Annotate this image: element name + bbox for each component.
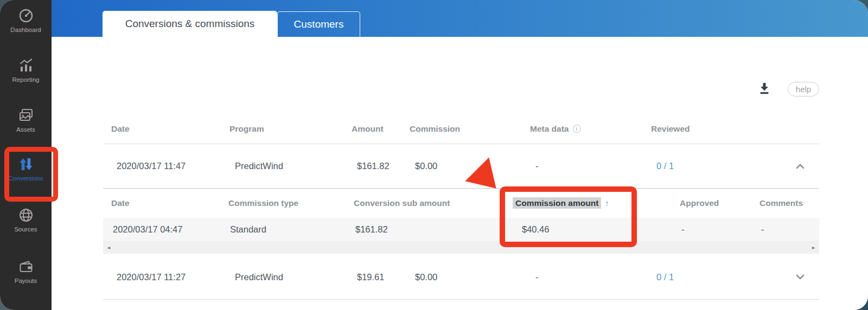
sidebar-item-assets[interactable]: Assets (0, 107, 52, 133)
sub-column-header-comments[interactable]: Comments (751, 198, 819, 208)
sidebar-item-label: Conversions (9, 175, 43, 182)
cell-meta: - (522, 272, 643, 282)
gauge-icon (18, 8, 34, 24)
column-header-program: Program (221, 124, 343, 134)
sidebar-item-conversions[interactable]: Conversions (0, 156, 52, 182)
column-header-amount: Amount (343, 124, 401, 134)
cell-meta: - (522, 161, 643, 171)
arrows-up-down-icon (18, 156, 34, 172)
table-row: 2020/03/17 11:47 PredictWind $161.82 $0.… (103, 144, 819, 188)
cell-program: PredictWind (221, 161, 343, 171)
table-row: 2020/03/17 11:27 PredictWind $19.61 $0.0… (103, 255, 819, 300)
images-icon (18, 107, 34, 124)
column-header-meta-data: Meta data i (522, 124, 643, 134)
sidebar-item-label: Dashboard (10, 27, 41, 33)
sub-cell-conversion-sub-amount: $161.82 (346, 224, 505, 235)
meta-data-label: Meta data (530, 124, 569, 134)
expand-row-toggle[interactable] (781, 274, 819, 280)
sub-column-header-approved[interactable]: Approved (672, 198, 751, 208)
sub-cell-commission-type: Standard (220, 224, 346, 235)
sidebar-item-reporting[interactable]: Reporting (0, 57, 52, 83)
sidebar-item-dashboard[interactable]: Dashboard (0, 8, 52, 33)
sub-column-header-conversion-sub-amount[interactable]: Conversion sub amount (346, 198, 505, 208)
sub-cell-date: 2020/03/17 04:47 (103, 224, 220, 235)
chevron-up-icon (795, 163, 805, 170)
sidebar-item-sources[interactable]: Sources (0, 207, 52, 232)
cell-commission: $0.00 (401, 272, 522, 282)
sidebar-item-label: Payouts (15, 277, 37, 284)
reviewed-link[interactable]: 0 / 1 (643, 161, 781, 171)
sub-column-header-date[interactable]: Date (103, 198, 220, 208)
cell-date: 2020/03/17 11:47 (103, 161, 221, 171)
main-table-header: Date Program Amount Commission Meta data… (103, 114, 819, 144)
tab-conversions-commissions[interactable]: Conversions & commissions (103, 11, 277, 37)
sub-column-header-commission-type[interactable]: Commission type (220, 198, 346, 208)
info-icon[interactable]: i (573, 125, 581, 133)
download-icon (757, 81, 771, 95)
sidebar-item-label: Sources (14, 226, 37, 232)
tab-label: Customers (294, 18, 344, 30)
help-label: help (796, 85, 811, 94)
sorted-column-label: Commission amount (513, 197, 601, 209)
column-header-reviewed: Reviewed (643, 124, 781, 134)
cell-amount: $19.61 (343, 272, 401, 282)
cell-program: PredictWind (221, 272, 343, 282)
reviewed-link[interactable]: 0 / 1 (643, 272, 781, 282)
sub-table-row: 2020/03/17 04:47 Standard $161.82 $40.46… (103, 218, 819, 241)
app-window: Conversions & commissions Customers Dash… (0, 0, 868, 310)
scroll-left-icon[interactable]: ◂ (107, 244, 110, 250)
tab-label: Conversions & commissions (125, 18, 255, 30)
sidebar-item-label: Assets (16, 126, 35, 133)
cell-amount: $161.82 (343, 161, 401, 171)
sidebar-item-label: Reporting (12, 76, 40, 83)
sub-table-header: Date Commission type Conversion sub amou… (103, 188, 819, 218)
help-button[interactable]: help (788, 82, 819, 96)
wallet-icon (18, 259, 34, 275)
sub-cell-commission-amount: $40.46 (505, 224, 672, 235)
tab-customers[interactable]: Customers (277, 11, 360, 37)
globe-icon (18, 207, 34, 223)
sub-cell-comments: - (751, 224, 819, 235)
column-header-commission: Commission (401, 124, 522, 134)
cell-date: 2020/03/17 11:27 (103, 272, 221, 282)
collapse-row-toggle[interactable] (781, 163, 819, 170)
sidebar: Dashboard Reporting Assets (0, 0, 52, 310)
bar-chart-icon (18, 57, 34, 74)
column-header-date: Date (103, 124, 221, 134)
sub-cell-approved: - (672, 224, 751, 235)
sidebar-item-payouts[interactable]: Payouts (0, 259, 52, 284)
download-button[interactable] (757, 81, 771, 95)
sub-column-header-commission-amount[interactable]: Commission amount↑ (505, 198, 672, 208)
cell-commission: $0.00 (401, 161, 522, 171)
scroll-right-icon[interactable]: ▸ (812, 244, 815, 250)
horizontal-scrollbar[interactable]: ◂ ▸ (103, 241, 819, 254)
sort-ascending-icon: ↑ (605, 198, 609, 208)
chevron-down-icon (795, 274, 805, 280)
